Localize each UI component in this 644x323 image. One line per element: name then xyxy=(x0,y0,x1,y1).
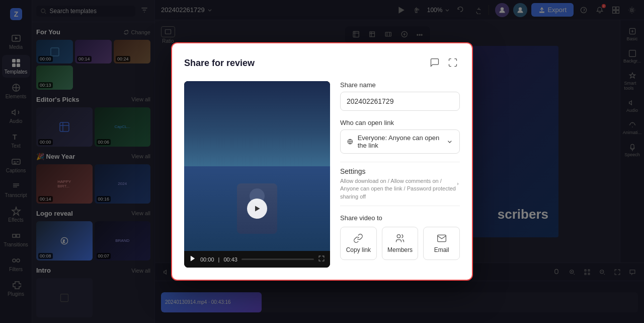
members-button[interactable]: Members xyxy=(382,227,419,260)
share-buttons: Copy link Members Email xyxy=(340,227,460,260)
video-fullscreen-button[interactable] xyxy=(318,255,325,264)
video-preview-top xyxy=(184,81,330,166)
video-time-total: 00:43 xyxy=(223,256,237,263)
modal-comment-btn[interactable] xyxy=(428,55,442,71)
who-can-open-label: Who can open link xyxy=(340,119,460,126)
share-name-input[interactable] xyxy=(340,92,460,111)
video-progress-bar[interactable] xyxy=(242,259,314,260)
modal-video: 00:00 | 00:43 xyxy=(184,81,330,268)
svg-marker-37 xyxy=(191,255,195,261)
video-controls: 00:00 | 00:43 xyxy=(184,251,330,268)
modal-header-icons xyxy=(428,55,460,71)
modal-overlay[interactable]: Share for review xyxy=(0,0,644,323)
modal-body: 00:00 | 00:43 Share name xyxy=(184,81,460,268)
share-for-review-modal: Share for review xyxy=(171,42,473,281)
modal-right: Share name Who can open link Everyone: A… xyxy=(340,81,460,268)
modal-fullscreen-btn[interactable] xyxy=(446,55,460,71)
share-name-label: Share name xyxy=(340,81,460,89)
play-icon xyxy=(253,205,261,213)
chevron-right-icon xyxy=(456,180,460,188)
expand-icon xyxy=(448,57,458,68)
video-time-current: 00:00 xyxy=(200,256,214,263)
video-play-sm-button[interactable] xyxy=(189,255,196,264)
video-player: 00:00 | 00:43 xyxy=(184,81,330,268)
copy-link-button[interactable]: Copy link xyxy=(340,227,377,260)
video-preview-bottom xyxy=(184,166,330,251)
video-time-separator: | xyxy=(218,256,220,263)
fullscreen-icon xyxy=(318,255,325,262)
play-sm-icon xyxy=(189,255,196,262)
video-play-button[interactable] xyxy=(247,199,267,219)
comment-icon xyxy=(430,57,440,68)
settings-row[interactable]: Settings Allow download on / Allow comme… xyxy=(340,162,460,206)
email-button[interactable]: Email xyxy=(423,227,460,260)
who-can-open-dropdown[interactable]: Everyone: Anyone can open the link xyxy=(340,130,460,154)
share-video-to-label: Share video to xyxy=(340,214,460,222)
svg-point-39 xyxy=(397,235,400,238)
modal-header: Share for review xyxy=(184,55,460,71)
members-icon xyxy=(395,233,405,243)
email-icon xyxy=(437,233,447,243)
svg-marker-36 xyxy=(255,206,260,211)
modal-title: Share for review xyxy=(184,58,255,69)
chevron-down-icon xyxy=(446,138,453,146)
globe-icon xyxy=(347,138,354,146)
copy-link-icon xyxy=(353,233,363,243)
